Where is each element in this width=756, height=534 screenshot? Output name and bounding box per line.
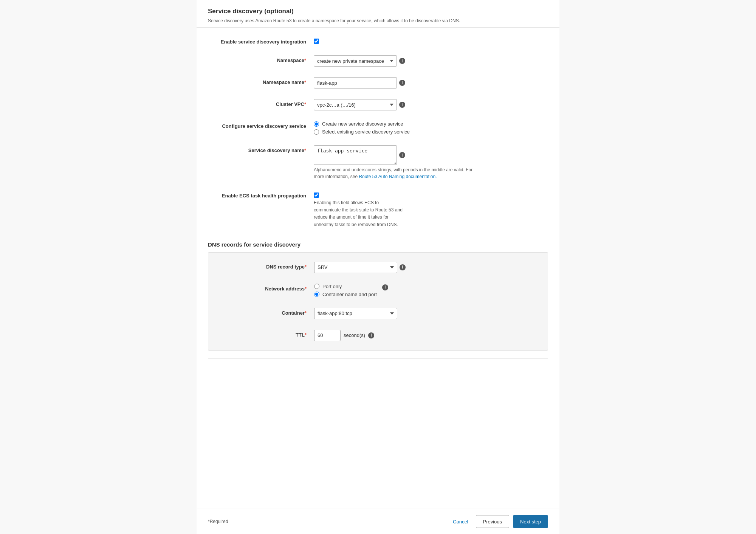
configure-discovery-control: Create new service discovery service Sel… [314, 121, 548, 135]
discovery-name-info-icon[interactable]: i [399, 152, 405, 158]
namespace-select[interactable]: create new private namespace [314, 55, 397, 67]
select-existing-service-radio[interactable] [314, 129, 319, 135]
required-note: *Required [208, 519, 445, 524]
network-address-label: Network address* [208, 284, 314, 292]
container-name-port-label: Container name and port [322, 292, 377, 297]
network-address-control: Port only Container name and port i [314, 284, 548, 297]
discovery-name-textarea[interactable]: flask-app-service [314, 145, 397, 165]
ttl-row: TTL* second(s) i [208, 324, 548, 346]
create-new-service-label: Create new service discovery service [322, 121, 403, 127]
container-control: flask-app:80:tcp [314, 308, 548, 319]
configure-discovery-label: Configure service discovery service [208, 121, 314, 129]
ttl-info-icon[interactable]: i [368, 332, 374, 338]
dns-record-type-info-icon[interactable]: i [400, 264, 406, 270]
port-only-radio[interactable] [314, 284, 319, 289]
section-desc: Service discovery uses Amazon Route 53 t… [208, 17, 548, 24]
enable-integration-control [314, 37, 548, 44]
namespace-name-row: Namespace name* i [208, 72, 548, 94]
section-header: Service discovery (optional) Service dis… [197, 0, 559, 28]
enable-integration-label: Enable service discovery integration [208, 37, 314, 45]
namespace-name-input[interactable] [314, 77, 397, 88]
discovery-name-helper: Alphanumeric and underscores strings, wi… [314, 166, 480, 180]
cluster-vpc-row: Cluster VPC* vpc-2c…a (…/16) i [208, 94, 548, 116]
ttl-unit: second(s) [344, 332, 365, 338]
footer-divider [208, 358, 548, 359]
next-step-button[interactable]: Next step [513, 515, 548, 528]
container-name-port-radio[interactable] [314, 292, 319, 297]
select-existing-service-option[interactable]: Select existing service discovery servic… [314, 129, 410, 135]
route53-link[interactable]: Route 53 Auto Naming documentation. [359, 174, 437, 179]
create-new-service-option[interactable]: Create new service discovery service [314, 121, 410, 127]
network-address-radio-group: Port only Container name and port [314, 284, 377, 297]
container-select[interactable]: flask-app:80:tcp [314, 308, 397, 319]
ttl-label: TTL* [208, 330, 314, 338]
port-only-label: Port only [322, 284, 342, 289]
health-propagation-checkbox[interactable] [314, 192, 319, 198]
health-propagation-row: Enable ECS task health propagation Enabl… [208, 185, 548, 234]
dns-section-title: DNS records for service discovery [208, 241, 548, 248]
container-label: Container* [208, 308, 314, 316]
dns-record-type-label: DNS record type* [208, 262, 314, 270]
ttl-control: second(s) i [314, 330, 548, 341]
cluster-vpc-select[interactable]: vpc-2c…a (…/16) [314, 99, 397, 110]
configure-discovery-row: Configure service discovery service Crea… [208, 116, 548, 140]
enable-integration-checkbox[interactable] [314, 39, 319, 44]
section-title: Service discovery (optional) [208, 8, 548, 15]
dns-record-type-select[interactable]: SRV [314, 262, 397, 273]
ttl-input[interactable] [314, 330, 341, 341]
port-only-option[interactable]: Port only [314, 284, 377, 289]
discovery-name-control: flask-app-service i Alphanumeric and und… [314, 145, 548, 180]
dns-section: DNS records for service discovery DNS re… [208, 241, 548, 351]
namespace-control: create new private namespace i [314, 55, 548, 67]
namespace-name-label: Namespace name* [208, 77, 314, 85]
discovery-name-row: Service discovery name* flask-app-servic… [208, 140, 548, 185]
namespace-label: Namespace* [208, 55, 314, 63]
cluster-vpc-label: Cluster VPC* [208, 99, 314, 107]
health-propagation-control: Enabling this field allows ECS to commun… [314, 191, 548, 228]
dns-record-type-control: SRV i [314, 262, 548, 273]
cluster-vpc-info-icon[interactable]: i [399, 102, 405, 108]
previous-button[interactable]: Previous [476, 515, 510, 528]
cluster-vpc-control: vpc-2c…a (…/16) i [314, 99, 548, 110]
configure-discovery-radio-group: Create new service discovery service Sel… [314, 121, 410, 135]
namespace-row: Namespace* create new private namespace … [208, 50, 548, 72]
namespace-name-info-icon[interactable]: i [399, 80, 405, 86]
dns-box: DNS record type* SRV i Network address* [208, 252, 548, 351]
select-existing-service-label: Select existing service discovery servic… [322, 129, 410, 135]
create-new-service-radio[interactable] [314, 121, 319, 127]
health-propagation-label: Enable ECS task health propagation [208, 191, 314, 199]
discovery-name-label: Service discovery name* [208, 145, 314, 153]
dns-record-type-row: DNS record type* SRV i [208, 256, 548, 278]
namespace-name-control: i [314, 77, 548, 88]
form-body: Enable service discovery integration Nam… [197, 28, 559, 238]
network-address-info-icon[interactable]: i [382, 284, 388, 290]
health-propagation-desc: Enabling this field allows ECS to commun… [314, 199, 404, 228]
enable-integration-row: Enable service discovery integration [208, 31, 548, 50]
namespace-info-icon[interactable]: i [399, 58, 405, 64]
cancel-button[interactable]: Cancel [449, 515, 472, 528]
footer-bar: *Required Cancel Previous Next step [197, 509, 559, 534]
container-name-port-option[interactable]: Container name and port [314, 292, 377, 297]
container-row: Container* flask-app:80:tcp [208, 303, 548, 324]
network-address-row: Network address* Port only Container nam… [208, 278, 548, 303]
